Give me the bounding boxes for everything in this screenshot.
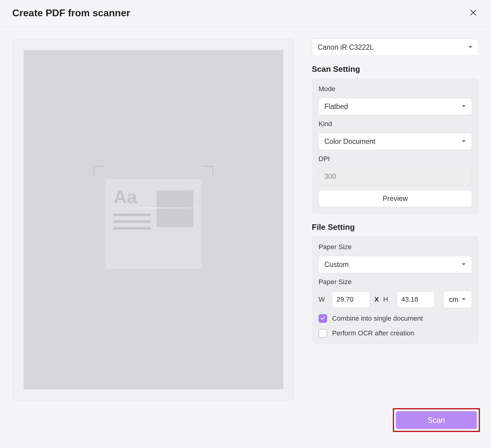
dpi-field: 300 xyxy=(319,168,472,185)
chevron-down-icon xyxy=(461,140,466,143)
ocr-label: Perform OCR after creation xyxy=(332,329,414,337)
chevron-down-icon xyxy=(461,263,466,266)
unit-select-value: cm xyxy=(449,295,458,304)
scanner-select-value: Canon iR C3222L xyxy=(318,43,374,52)
kind-label: Kind xyxy=(319,120,472,128)
mode-select-value: Flatbed xyxy=(324,102,348,111)
scan-button[interactable]: Scan xyxy=(396,411,477,429)
check-icon xyxy=(320,315,326,322)
kind-select-value: Color Document xyxy=(324,137,375,146)
dims-separator: X xyxy=(374,295,379,303)
settings-column: Canon iR C3222L Scan Setting Mode Flatbe… xyxy=(312,39,479,401)
preview-button-label: Preview xyxy=(383,195,408,203)
width-label: W xyxy=(319,295,328,303)
dialog-title: Create PDF from scanner xyxy=(12,7,130,19)
combine-row: Combine into single document xyxy=(319,313,472,323)
scan-button-label: Scan xyxy=(428,416,445,425)
paper-size-select-value: Custom xyxy=(324,261,349,269)
combine-label: Combine into single document xyxy=(332,315,423,322)
kind-select[interactable]: Color Document xyxy=(319,133,472,150)
paper-size-select[interactable]: Custom xyxy=(319,256,472,273)
paper-size-label: Paper Size xyxy=(319,243,472,251)
close-icon xyxy=(469,9,477,18)
dialog-body: Aa Canon iR C3222L xyxy=(0,26,491,413)
dialog-header: Create PDF from scanner xyxy=(0,0,491,26)
chevron-down-icon xyxy=(461,105,466,108)
dpi-label: DPI xyxy=(319,155,472,163)
close-button[interactable] xyxy=(468,8,479,19)
ocr-checkbox[interactable] xyxy=(319,329,327,338)
paper-size-dims-label: Paper Size xyxy=(319,278,472,286)
document-placeholder-icon: Aa xyxy=(98,171,209,269)
scan-setting-group: Mode Flatbed Kind Color Document DPI 300… xyxy=(312,78,479,214)
chevron-down-icon xyxy=(468,45,473,49)
unit-select[interactable]: cm xyxy=(443,291,472,308)
preview-page: Aa xyxy=(24,50,283,389)
file-setting-group: Paper Size Custom Paper Size W X H cm xyxy=(312,236,479,344)
height-input[interactable] xyxy=(397,292,435,307)
scan-setting-title: Scan Setting xyxy=(312,64,479,74)
chevron-down-icon xyxy=(461,298,466,301)
scanner-select[interactable]: Canon iR C3222L xyxy=(312,39,479,56)
preview-button[interactable]: Preview xyxy=(319,190,472,207)
mode-label: Mode xyxy=(319,85,472,93)
width-input[interactable] xyxy=(332,292,370,307)
combine-checkbox[interactable] xyxy=(319,314,327,323)
paper-size-row: W X H cm xyxy=(319,291,472,308)
file-setting-title: File Setting xyxy=(312,222,479,232)
ocr-row: Perform OCR after creation xyxy=(319,328,472,338)
scan-button-highlight: Scan xyxy=(393,408,480,432)
height-label: H xyxy=(383,295,392,303)
mode-select[interactable]: Flatbed xyxy=(319,98,472,115)
dpi-value: 300 xyxy=(324,172,336,181)
footer: Scan xyxy=(393,408,480,432)
preview-panel: Aa xyxy=(12,39,295,401)
